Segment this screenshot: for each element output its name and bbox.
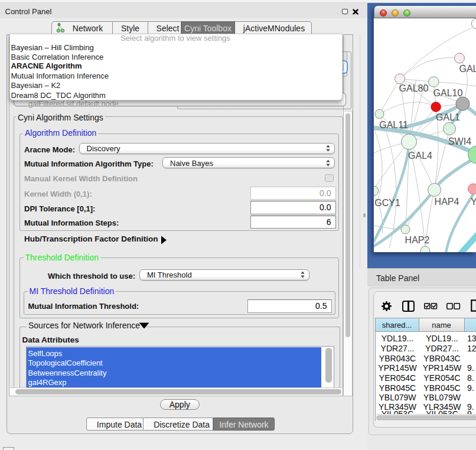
svg-text:GAL80: GAL80 [399,83,429,93]
svg-text:GAL1: GAL1 [436,112,460,122]
svg-text:HAP4: HAP4 [435,197,459,207]
svg-text:HAP2: HAP2 [405,235,430,245]
svg-text:GAL10: GAL10 [433,88,463,98]
svg-text:GAL: GAL [459,64,476,74]
svg-text:GAL11: GAL11 [379,120,408,130]
svg-text:Y: Y [471,197,476,207]
svg-text:GAL4: GAL4 [408,151,432,161]
svg-text:GCY1: GCY1 [374,198,400,208]
svg-text:SWI4: SWI4 [448,136,471,146]
